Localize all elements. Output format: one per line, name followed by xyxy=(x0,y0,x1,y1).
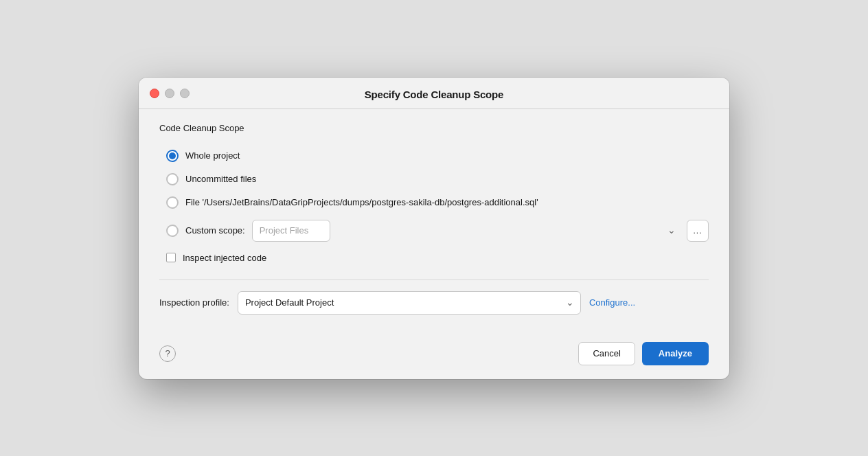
label-inject-code[interactable]: Inspect injected code xyxy=(183,253,266,263)
cancel-button[interactable]: Cancel xyxy=(578,342,635,365)
option-row-uncommitted-files: Uncommitted files xyxy=(166,168,709,191)
radio-uncommitted-files[interactable] xyxy=(166,173,179,185)
checkbox-row: Inspect injected code xyxy=(166,247,709,269)
option-row-file-path: File '/Users/JetBrains/DataGripProjects/… xyxy=(166,191,709,214)
radio-whole-project[interactable] xyxy=(166,150,179,162)
title-bar: Specify Code Cleanup Scope xyxy=(139,78,729,109)
label-uncommitted-files[interactable]: Uncommitted files xyxy=(185,174,256,184)
profile-select[interactable]: Project Default Project xyxy=(238,291,581,315)
profile-select-wrapper: Project Default Project xyxy=(238,291,581,315)
configure-link[interactable]: Configure... xyxy=(589,297,635,308)
option-row-whole-project: Whole project xyxy=(166,144,709,168)
maximize-button[interactable] xyxy=(180,89,190,98)
footer: ? Cancel Analyze xyxy=(139,331,729,379)
traffic-lights xyxy=(150,89,190,98)
label-file-path[interactable]: File '/Users/JetBrains/DataGripProjects/… xyxy=(185,197,538,207)
section-label: Code Cleanup Scope xyxy=(159,123,709,133)
minimize-button[interactable] xyxy=(165,89,174,98)
option-row-custom-scope: Custom scope: Project Files ... xyxy=(166,214,709,247)
close-button[interactable] xyxy=(150,89,159,98)
help-button[interactable]: ? xyxy=(159,345,176,362)
radio-file-path[interactable] xyxy=(166,196,179,209)
scope-select-wrapper: Project Files xyxy=(252,220,683,242)
scope-dropdown-wrapper: Project Files ... xyxy=(252,220,709,242)
label-custom-scope[interactable]: Custom scope: xyxy=(185,225,245,236)
analyze-button[interactable]: Analyze xyxy=(642,342,709,365)
checkbox-inject-code[interactable] xyxy=(166,253,176,262)
dialog: Specify Code Cleanup Scope Code Cleanup … xyxy=(139,78,729,379)
label-whole-project[interactable]: Whole project xyxy=(185,150,240,161)
help-icon: ? xyxy=(165,348,170,358)
radio-custom-scope[interactable] xyxy=(166,225,179,237)
ellipsis-button[interactable]: ... xyxy=(687,220,709,242)
content: Code Cleanup Scope Whole project Uncommi… xyxy=(139,109,729,331)
inspection-profile-row: Inspection profile: Project Default Proj… xyxy=(159,291,709,315)
options-list: Whole project Uncommitted files File '/U… xyxy=(166,144,709,247)
scope-select[interactable]: Project Files xyxy=(252,220,330,242)
dialog-title: Specify Code Cleanup Scope xyxy=(365,89,503,100)
section-divider xyxy=(159,280,709,280)
action-buttons: Cancel Analyze xyxy=(578,342,709,365)
profile-label: Inspection profile: xyxy=(159,297,229,308)
